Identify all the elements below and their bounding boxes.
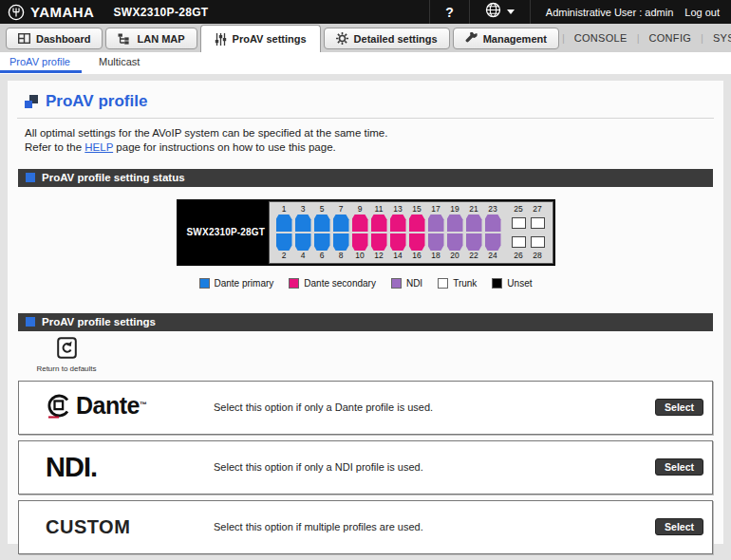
port-number: 16: [412, 251, 421, 261]
tab-proav-settings[interactable]: ProAV settings: [200, 25, 321, 52]
content-card: ProAV profile All optimal settings for t…: [8, 81, 723, 544]
port-column: 56: [313, 204, 331, 261]
lan-map-icon: [118, 33, 131, 45]
port-6-dante-primary: [314, 233, 330, 251]
sliders-icon: [215, 33, 227, 46]
help-link[interactable]: HELP: [84, 141, 113, 153]
port-column: 1718: [427, 204, 445, 261]
top-bar: YAMAHA SWX2310P-28GT ? Administrative Us…: [0, 0, 731, 24]
port-number: 22: [469, 251, 478, 261]
brand-name: YAMAHA: [30, 4, 94, 20]
legend-label: Dante primary: [215, 278, 274, 289]
dante-logo: Dante™: [19, 391, 214, 424]
port-number: 21: [469, 204, 478, 215]
port-18-ndi: [428, 233, 444, 251]
return-to-defaults-button[interactable]: Return to defaults: [36, 337, 97, 373]
top-link-config[interactable]: CONFIG: [640, 32, 702, 44]
dante-logo-text: Dante™: [76, 391, 146, 420]
ndi-logo: NDI.: [19, 452, 214, 483]
select-button-ndi[interactable]: Select: [655, 458, 703, 476]
port-11-dante-secondary: [371, 215, 387, 232]
dante-symbol-icon: [46, 391, 73, 424]
globe-icon: [485, 2, 501, 22]
port-number: 28: [533, 251, 541, 261]
custom-logo: CUSTOM: [19, 516, 214, 538]
port-column: 78: [332, 204, 350, 261]
legend-swatch-trunk: [438, 278, 448, 289]
port-17-ndi: [428, 215, 444, 232]
port-13-dante-secondary: [390, 215, 406, 232]
port-number: 6: [320, 251, 325, 261]
tab-detailed-settings[interactable]: Detailed settings: [324, 28, 450, 49]
port-column: 1516: [408, 204, 426, 261]
subtab-multicast[interactable]: Multicast: [89, 52, 151, 73]
return-to-defaults-label: Return to defaults: [36, 364, 96, 373]
port-column: 910: [351, 204, 369, 261]
ndi-logo-text: NDI.: [46, 452, 97, 483]
port-14-dante-secondary: [390, 233, 406, 251]
tab-lan-map[interactable]: LAN MAP: [105, 28, 197, 49]
port-4-dante-primary: [295, 233, 311, 251]
top-link-console[interactable]: CONSOLE: [565, 32, 637, 44]
port-8-dante-primary: [333, 233, 349, 251]
tab-management[interactable]: Management: [453, 28, 559, 49]
port-23-ndi: [485, 215, 501, 232]
legend-swatch-dante-secondary: [289, 278, 299, 289]
custom-logo-text: CUSTOM: [46, 516, 130, 538]
port-12-dante-secondary: [371, 233, 387, 251]
legend-item-trunk: Trunk: [438, 278, 477, 289]
tab-label: Dashboard: [36, 33, 90, 45]
port-number: 25: [514, 204, 522, 215]
title-divider: [17, 118, 714, 119]
dashboard-icon: [18, 33, 30, 44]
select-button-dante[interactable]: Select: [655, 399, 703, 416]
port-column: 12: [275, 204, 293, 261]
port-5-dante-primary: [314, 215, 330, 232]
custom-description: Select this option if multiple profiles …: [214, 521, 655, 532]
port-2-dante-primary: [276, 233, 292, 251]
description-line2-suffix: page for instructions on how to use this…: [113, 141, 336, 153]
language-selector[interactable]: [469, 0, 530, 24]
return-to-defaults-icon: [57, 337, 77, 363]
tab-label: ProAV settings: [233, 33, 307, 45]
profile-option-ndi: NDI.Select this option if only a NDI pro…: [18, 440, 713, 495]
subtab-proav-profile[interactable]: ProAV profile: [0, 52, 82, 73]
legend-label: NDI: [406, 278, 422, 289]
tab-label: LAN MAP: [137, 33, 184, 45]
port-column: 2122: [465, 204, 483, 261]
logout-link[interactable]: Log out: [679, 0, 731, 24]
help-button[interactable]: ?: [429, 0, 469, 24]
port-10-dante-secondary: [352, 233, 368, 251]
port-number: 7: [339, 204, 344, 215]
legend-label: Unset: [507, 278, 532, 289]
port-number: 26: [514, 251, 522, 261]
port-9-dante-secondary: [352, 215, 368, 232]
legend-item-unset: Unset: [492, 278, 532, 289]
port-3-dante-primary: [295, 215, 311, 232]
port-panel: 1234567891011121314151617181920212223242…: [269, 201, 553, 264]
description-line1: All optimal settings for the AVoIP syste…: [25, 127, 387, 139]
port-number: 17: [431, 204, 440, 215]
port-28-trunk: [531, 236, 545, 248]
port-number: 10: [355, 251, 364, 261]
port-column: 1112: [370, 204, 388, 261]
port-number: 8: [339, 251, 344, 261]
port-25-trunk: [512, 217, 526, 229]
port-number: 9: [358, 204, 363, 215]
section-marker-icon: [26, 173, 35, 182]
settings-section-header: ProAV profile settings: [18, 313, 713, 331]
port-column: 2728: [529, 204, 547, 261]
gear-icon: [336, 32, 348, 45]
port-7-dante-primary: [333, 215, 349, 232]
wrench-icon: [465, 32, 478, 45]
tab-dashboard[interactable]: Dashboard: [6, 28, 103, 49]
status-section-title: ProAV profile setting status: [42, 172, 185, 183]
tab-label: Management: [483, 33, 547, 45]
port-26-trunk: [512, 236, 526, 248]
status-section-header: ProAV profile setting status: [18, 169, 713, 187]
port-number: 19: [450, 204, 459, 215]
top-link-syslog[interactable]: SYSLOG: [703, 32, 731, 44]
select-button-custom[interactable]: Select: [655, 518, 703, 535]
legend-swatch-dante-primary: [199, 278, 210, 289]
tab-label: Detailed settings: [354, 33, 438, 45]
